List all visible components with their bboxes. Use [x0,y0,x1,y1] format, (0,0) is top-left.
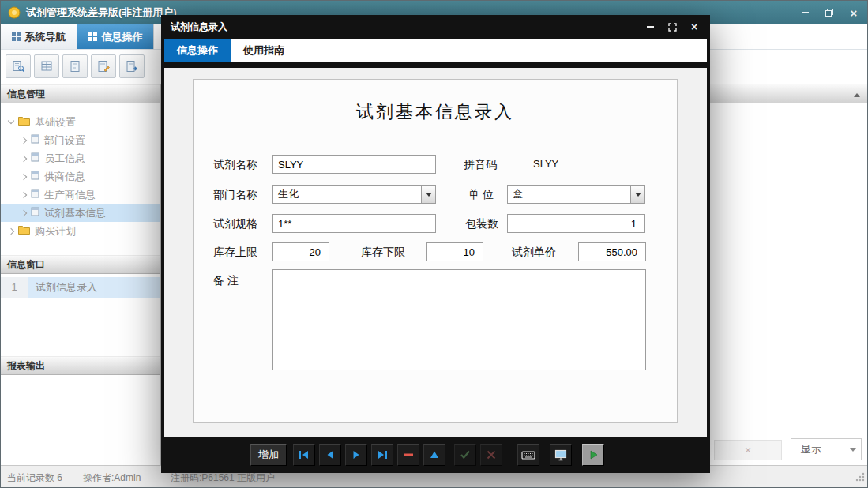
last-record-button[interactable] [371,444,393,466]
delete-record-button[interactable] [397,444,419,466]
page-icon [31,152,39,164]
chevron-right-icon [21,137,27,143]
tree-item-department-settings[interactable]: 部门设置 [1,131,160,149]
clear-filter-button[interactable]: × [714,440,782,460]
spec-input[interactable] [272,214,436,233]
remark-label: 备 注 [213,271,239,290]
grid-icon [88,32,97,41]
panel-title: 报表输出 [7,359,45,373]
reagent-name-label: 试剂名称 [213,155,257,174]
monitor-button[interactable] [550,444,572,466]
tree-item-supplier-info[interactable]: 供商信息 [1,167,160,186]
grid-icon [12,32,21,41]
keyboard-button[interactable] [517,444,539,466]
chevron-down-icon[interactable] [630,186,644,203]
check-icon [460,450,471,460]
tree-item-employee-info[interactable]: 员工信息 [1,149,160,167]
panel-title: 信息窗口 [7,258,45,272]
query-document-icon [11,60,25,73]
add-button[interactable]: 增加 [250,444,287,466]
chevron-down-icon [845,445,861,455]
spec-label: 试剂规格 [213,214,257,233]
display-dropdown[interactable]: 显示 [791,438,862,460]
operator-label: 操作者:Admin [83,471,141,485]
window-list-item[interactable]: 1 试剂信息录入 [1,277,160,298]
first-record-icon [298,450,310,460]
tree-item-label: 基础设置 [35,115,76,130]
document-button[interactable] [62,54,88,78]
dialog-maximize-icon[interactable] [666,21,678,33]
app-title: 试剂管理系统差异版(非注册用户) [26,6,177,20]
confirm-button[interactable] [454,444,476,466]
table-view-button[interactable] [34,54,59,78]
tree-item-label: 购买计划 [35,224,76,238]
dialog-minimize-icon[interactable] [644,21,656,33]
tab-label: 信息操作 [102,30,143,44]
chevron-down-icon[interactable] [421,186,435,203]
tab-system-navigation[interactable]: 系统导航 [1,24,77,49]
next-record-icon [350,450,363,460]
dialog-tabstrip: 信息操作 使用指南 [164,39,707,62]
panel-header-info-window[interactable]: 信息窗口 [1,255,160,274]
export-icon [125,60,139,73]
department-label: 部门名称 [213,185,257,204]
dialog-window-controls: × [644,21,701,33]
tree-item-label: 员工信息 [44,152,85,166]
reagent-name-input[interactable] [272,155,436,174]
tree-item-basic-settings[interactable]: 基础设置 [1,113,160,131]
tree-item-label: 供商信息 [44,170,85,184]
unit-combobox[interactable]: 盒 [507,185,645,204]
unit-price-label: 试剂单价 [512,242,556,261]
tree-item-reagent-basic-info[interactable]: 试剂基本信息 [1,204,160,222]
page-icon [31,207,39,219]
stock-lower-input[interactable] [426,242,483,261]
dialog-tab-info-operation[interactable]: 信息操作 [164,39,231,62]
next-record-button[interactable] [345,444,367,466]
panel-header-report-output[interactable]: 报表输出 [1,356,160,375]
close-icon[interactable]: × [847,6,861,20]
list-item-index: 1 [1,277,28,298]
restore-icon[interactable] [822,6,836,20]
export-button[interactable] [119,54,145,78]
triangle-up-icon [429,450,440,460]
dialog-divider [161,62,710,68]
keyboard-icon [521,449,535,460]
resize-grip[interactable] [855,471,865,485]
play-icon [588,449,599,460]
tree-item-manufacturer-info[interactable]: 生产商信息 [1,186,160,204]
unit-label: 单 位 [468,185,494,204]
tree-item-purchase-plan[interactable]: 购买计划 [1,222,160,240]
stock-upper-input[interactable] [272,242,329,261]
last-record-icon [376,450,389,460]
registration-fragment: 注册码:P61561 正版用户 [171,471,275,485]
triangle-up-icon [854,90,860,97]
panel-header-info-management[interactable]: 信息管理 [1,84,160,103]
document-icon [68,60,82,73]
combobox-value: 生化 [273,186,421,203]
collapse-panel-button[interactable] [851,88,863,100]
dialog-title: 试剂信息录入 [171,21,227,34]
dialog-tab-user-guide[interactable]: 使用指南 [231,39,297,62]
cancel-button[interactable] [480,444,502,466]
chevron-right-icon [21,209,27,216]
edit-document-icon [96,60,111,73]
first-record-button[interactable] [293,444,315,466]
tree-item-label: 试剂基本信息 [44,206,106,220]
previous-record-button[interactable] [319,444,341,466]
tab-info-operation[interactable]: 信息操作 [77,24,154,49]
unit-price-input[interactable] [578,242,646,261]
edit-record-button[interactable] [423,444,445,466]
panel-title: 信息管理 [7,88,45,101]
department-combobox[interactable]: 生化 [272,185,436,204]
tree-item-label: 生产商信息 [44,188,96,202]
remark-textarea[interactable] [272,269,646,370]
edit-record-button[interactable] [91,54,116,78]
dialog-close-icon[interactable]: × [688,21,701,33]
pinyin-code-label: 拼音码 [464,155,497,174]
minimize-icon[interactable] [798,6,812,20]
run-button[interactable] [582,444,604,466]
chevron-down-icon [8,118,14,124]
query-record-button[interactable] [6,54,31,78]
app-icon [8,6,21,19]
package-count-input[interactable] [507,214,645,233]
